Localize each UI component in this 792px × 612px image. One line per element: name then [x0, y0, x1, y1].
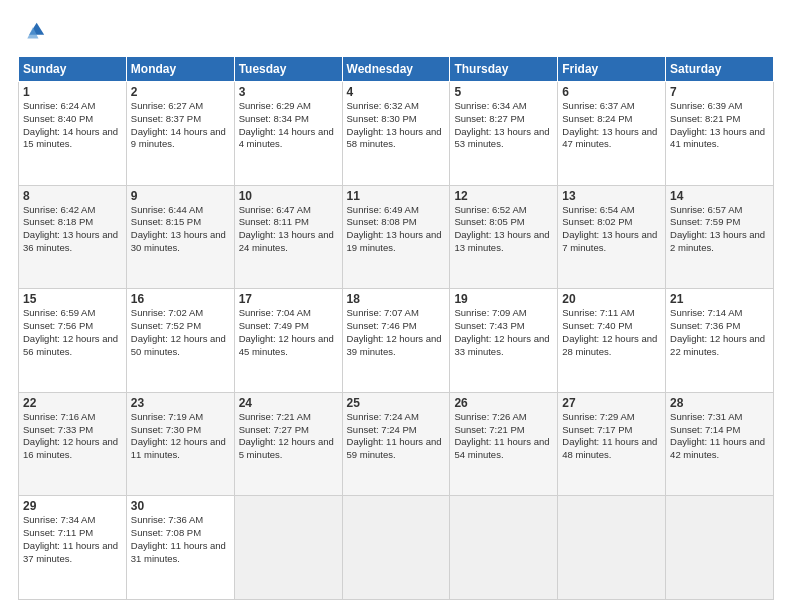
- calendar-cell: 5Sunrise: 6:34 AMSunset: 8:27 PMDaylight…: [450, 82, 558, 186]
- day-number: 30: [131, 499, 230, 513]
- cell-content: Sunrise: 6:32 AMSunset: 8:30 PMDaylight:…: [347, 100, 446, 151]
- calendar-cell: [450, 496, 558, 600]
- calendar-cell: 19Sunrise: 7:09 AMSunset: 7:43 PMDayligh…: [450, 289, 558, 393]
- calendar-cell: 28Sunrise: 7:31 AMSunset: 7:14 PMDayligh…: [666, 392, 774, 496]
- calendar-cell: 23Sunrise: 7:19 AMSunset: 7:30 PMDayligh…: [126, 392, 234, 496]
- calendar-cell: 1Sunrise: 6:24 AMSunset: 8:40 PMDaylight…: [19, 82, 127, 186]
- calendar-week-row: 22Sunrise: 7:16 AMSunset: 7:33 PMDayligh…: [19, 392, 774, 496]
- day-number: 19: [454, 292, 553, 306]
- calendar-cell: [666, 496, 774, 600]
- calendar-cell: 17Sunrise: 7:04 AMSunset: 7:49 PMDayligh…: [234, 289, 342, 393]
- day-number: 13: [562, 189, 661, 203]
- day-number: 17: [239, 292, 338, 306]
- day-number: 29: [23, 499, 122, 513]
- day-number: 14: [670, 189, 769, 203]
- calendar-cell: 26Sunrise: 7:26 AMSunset: 7:21 PMDayligh…: [450, 392, 558, 496]
- cell-content: Sunrise: 6:39 AMSunset: 8:21 PMDaylight:…: [670, 100, 769, 151]
- calendar-header-row: SundayMondayTuesdayWednesdayThursdayFrid…: [19, 57, 774, 82]
- cell-content: Sunrise: 7:21 AMSunset: 7:27 PMDaylight:…: [239, 411, 338, 462]
- cell-content: Sunrise: 7:26 AMSunset: 7:21 PMDaylight:…: [454, 411, 553, 462]
- cell-content: Sunrise: 7:36 AMSunset: 7:08 PMDaylight:…: [131, 514, 230, 565]
- calendar-cell: 25Sunrise: 7:24 AMSunset: 7:24 PMDayligh…: [342, 392, 450, 496]
- day-number: 18: [347, 292, 446, 306]
- cell-content: Sunrise: 7:14 AMSunset: 7:36 PMDaylight:…: [670, 307, 769, 358]
- day-number: 12: [454, 189, 553, 203]
- day-number: 7: [670, 85, 769, 99]
- calendar-cell: 12Sunrise: 6:52 AMSunset: 8:05 PMDayligh…: [450, 185, 558, 289]
- day-number: 4: [347, 85, 446, 99]
- cell-content: Sunrise: 7:04 AMSunset: 7:49 PMDaylight:…: [239, 307, 338, 358]
- cell-content: Sunrise: 7:09 AMSunset: 7:43 PMDaylight:…: [454, 307, 553, 358]
- day-number: 5: [454, 85, 553, 99]
- calendar-cell: 9Sunrise: 6:44 AMSunset: 8:15 PMDaylight…: [126, 185, 234, 289]
- calendar-cell: 29Sunrise: 7:34 AMSunset: 7:11 PMDayligh…: [19, 496, 127, 600]
- day-number: 16: [131, 292, 230, 306]
- calendar-cell: 16Sunrise: 7:02 AMSunset: 7:52 PMDayligh…: [126, 289, 234, 393]
- page-header: [18, 18, 774, 46]
- cell-content: Sunrise: 7:16 AMSunset: 7:33 PMDaylight:…: [23, 411, 122, 462]
- day-number: 6: [562, 85, 661, 99]
- calendar-cell: 11Sunrise: 6:49 AMSunset: 8:08 PMDayligh…: [342, 185, 450, 289]
- calendar-cell: 14Sunrise: 6:57 AMSunset: 7:59 PMDayligh…: [666, 185, 774, 289]
- logo-icon: [18, 18, 46, 46]
- cell-content: Sunrise: 6:47 AMSunset: 8:11 PMDaylight:…: [239, 204, 338, 255]
- weekday-header: Wednesday: [342, 57, 450, 82]
- day-number: 25: [347, 396, 446, 410]
- calendar-cell: 3Sunrise: 6:29 AMSunset: 8:34 PMDaylight…: [234, 82, 342, 186]
- calendar-cell: 21Sunrise: 7:14 AMSunset: 7:36 PMDayligh…: [666, 289, 774, 393]
- cell-content: Sunrise: 6:54 AMSunset: 8:02 PMDaylight:…: [562, 204, 661, 255]
- cell-content: Sunrise: 6:34 AMSunset: 8:27 PMDaylight:…: [454, 100, 553, 151]
- weekday-header: Monday: [126, 57, 234, 82]
- calendar-week-row: 1Sunrise: 6:24 AMSunset: 8:40 PMDaylight…: [19, 82, 774, 186]
- cell-content: Sunrise: 6:44 AMSunset: 8:15 PMDaylight:…: [131, 204, 230, 255]
- cell-content: Sunrise: 6:42 AMSunset: 8:18 PMDaylight:…: [23, 204, 122, 255]
- day-number: 20: [562, 292, 661, 306]
- logo: [18, 18, 52, 46]
- calendar-cell: 13Sunrise: 6:54 AMSunset: 8:02 PMDayligh…: [558, 185, 666, 289]
- calendar-cell: 6Sunrise: 6:37 AMSunset: 8:24 PMDaylight…: [558, 82, 666, 186]
- day-number: 3: [239, 85, 338, 99]
- cell-content: Sunrise: 6:59 AMSunset: 7:56 PMDaylight:…: [23, 307, 122, 358]
- weekday-header: Sunday: [19, 57, 127, 82]
- day-number: 28: [670, 396, 769, 410]
- weekday-header: Friday: [558, 57, 666, 82]
- calendar-cell: [342, 496, 450, 600]
- cell-content: Sunrise: 7:02 AMSunset: 7:52 PMDaylight:…: [131, 307, 230, 358]
- cell-content: Sunrise: 7:07 AMSunset: 7:46 PMDaylight:…: [347, 307, 446, 358]
- day-number: 1: [23, 85, 122, 99]
- weekday-header: Thursday: [450, 57, 558, 82]
- calendar-week-row: 15Sunrise: 6:59 AMSunset: 7:56 PMDayligh…: [19, 289, 774, 393]
- calendar-cell: [234, 496, 342, 600]
- cell-content: Sunrise: 7:31 AMSunset: 7:14 PMDaylight:…: [670, 411, 769, 462]
- calendar-week-row: 8Sunrise: 6:42 AMSunset: 8:18 PMDaylight…: [19, 185, 774, 289]
- day-number: 9: [131, 189, 230, 203]
- weekday-header: Tuesday: [234, 57, 342, 82]
- calendar-cell: 18Sunrise: 7:07 AMSunset: 7:46 PMDayligh…: [342, 289, 450, 393]
- day-number: 10: [239, 189, 338, 203]
- cell-content: Sunrise: 6:52 AMSunset: 8:05 PMDaylight:…: [454, 204, 553, 255]
- calendar-cell: 15Sunrise: 6:59 AMSunset: 7:56 PMDayligh…: [19, 289, 127, 393]
- day-number: 27: [562, 396, 661, 410]
- calendar-cell: 27Sunrise: 7:29 AMSunset: 7:17 PMDayligh…: [558, 392, 666, 496]
- day-number: 24: [239, 396, 338, 410]
- cell-content: Sunrise: 7:24 AMSunset: 7:24 PMDaylight:…: [347, 411, 446, 462]
- calendar-table: SundayMondayTuesdayWednesdayThursdayFrid…: [18, 56, 774, 600]
- calendar-cell: 30Sunrise: 7:36 AMSunset: 7:08 PMDayligh…: [126, 496, 234, 600]
- cell-content: Sunrise: 6:49 AMSunset: 8:08 PMDaylight:…: [347, 204, 446, 255]
- cell-content: Sunrise: 6:27 AMSunset: 8:37 PMDaylight:…: [131, 100, 230, 151]
- day-number: 21: [670, 292, 769, 306]
- cell-content: Sunrise: 7:19 AMSunset: 7:30 PMDaylight:…: [131, 411, 230, 462]
- day-number: 26: [454, 396, 553, 410]
- calendar-week-row: 29Sunrise: 7:34 AMSunset: 7:11 PMDayligh…: [19, 496, 774, 600]
- calendar-cell: 10Sunrise: 6:47 AMSunset: 8:11 PMDayligh…: [234, 185, 342, 289]
- calendar-cell: 22Sunrise: 7:16 AMSunset: 7:33 PMDayligh…: [19, 392, 127, 496]
- calendar-cell: 24Sunrise: 7:21 AMSunset: 7:27 PMDayligh…: [234, 392, 342, 496]
- calendar-cell: 4Sunrise: 6:32 AMSunset: 8:30 PMDaylight…: [342, 82, 450, 186]
- day-number: 15: [23, 292, 122, 306]
- calendar-cell: 2Sunrise: 6:27 AMSunset: 8:37 PMDaylight…: [126, 82, 234, 186]
- cell-content: Sunrise: 6:24 AMSunset: 8:40 PMDaylight:…: [23, 100, 122, 151]
- cell-content: Sunrise: 7:29 AMSunset: 7:17 PMDaylight:…: [562, 411, 661, 462]
- calendar-cell: 20Sunrise: 7:11 AMSunset: 7:40 PMDayligh…: [558, 289, 666, 393]
- day-number: 23: [131, 396, 230, 410]
- day-number: 2: [131, 85, 230, 99]
